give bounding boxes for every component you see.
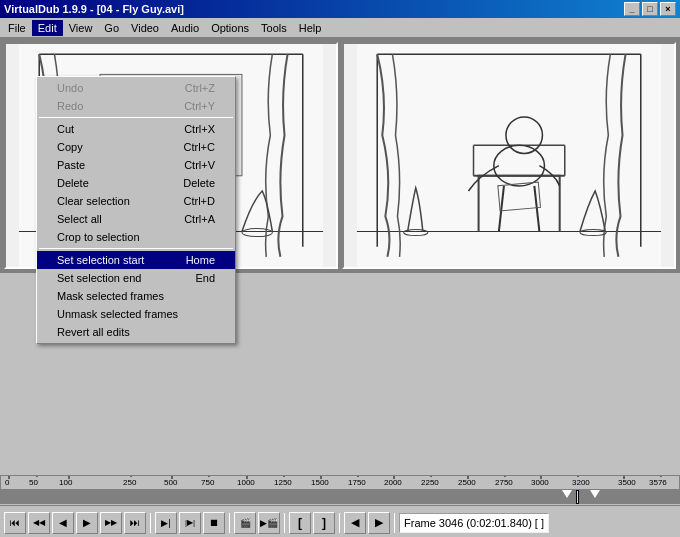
menu-select-all-label: Select all [57,213,102,225]
menu-copy-label: Copy [57,141,83,153]
menu-delete-shortcut: Delete [183,177,215,189]
timeline-area[interactable]: 0 50 100 250 500 750 1000 [0,475,680,505]
maximize-button[interactable]: □ [642,2,658,16]
menu-mask-selected-frames[interactable]: Mask selected frames [37,287,235,305]
mark-out-button[interactable]: ] [313,512,335,534]
menu-edit[interactable]: Edit [32,20,63,36]
video-frame-right [344,44,674,267]
minimize-button[interactable]: _ [624,2,640,16]
menu-delete-label: Delete [57,177,89,189]
menu-audio[interactable]: Audio [165,20,205,36]
menu-set-selection-start[interactable]: Set selection start Home [37,251,235,269]
menu-file[interactable]: File [2,20,32,36]
window-controls: _ □ × [624,2,676,16]
menu-redo[interactable]: Redo Ctrl+Y [37,97,235,115]
close-button[interactable]: × [660,2,676,16]
svg-text:3200: 3200 [572,478,590,487]
menu-video[interactable]: Video [125,20,165,36]
menu-revert-all-edits-label: Revert all edits [57,326,130,338]
toolbar: ⏮ ◀◀ ◀ ▶ ▶▶ ⏭ ▶| |▶| ⏹ 🎬 ▶🎬 [ ] ◀ ▶ Fram… [0,505,680,537]
scene-detect-button[interactable]: 🎬 [234,512,256,534]
menu-unmask-selected-frames[interactable]: Unmask selected frames [37,305,235,323]
menu-options[interactable]: Options [205,20,255,36]
menu-redo-label: Redo [57,100,83,112]
svg-text:1750: 1750 [348,478,366,487]
tb-separator-5 [394,513,395,533]
sep-1 [39,117,233,118]
next-frame-button[interactable]: ▶ [76,512,98,534]
zoom-out-button[interactable]: ◀ [344,512,366,534]
play-segment-button[interactable]: |▶| [179,512,201,534]
tb-separator-1 [150,513,151,533]
menu-view[interactable]: View [63,20,99,36]
frame-info-text: Frame 3046 (0:02:01.840) [ ] [404,517,544,529]
svg-text:3576: 3576 [649,478,667,487]
menu-copy[interactable]: Copy Ctrl+C [37,138,235,156]
prev-key-button[interactable]: ◀◀ [28,512,50,534]
svg-text:3000: 3000 [531,478,549,487]
scene-next-button[interactable]: ▶🎬 [258,512,280,534]
menu-delete[interactable]: Delete Delete [37,174,235,192]
tb-separator-3 [284,513,285,533]
menu-undo[interactable]: Undo Ctrl+Z [37,79,235,97]
zoom-in-button[interactable]: ▶ [368,512,390,534]
menu-copy-shortcut: Ctrl+C [184,141,215,153]
menu-crop-to-selection[interactable]: Crop to selection [37,228,235,246]
timeline-cursor [576,490,579,504]
menu-paste-shortcut: Ctrl+V [184,159,215,171]
sep-2 [39,248,233,249]
svg-rect-8 [357,44,661,267]
marker-in [562,490,572,498]
menu-mask-selected-frames-label: Mask selected frames [57,290,164,302]
timeline-track[interactable] [0,490,680,504]
go-start-button[interactable]: ⏮ [4,512,26,534]
menu-tools[interactable]: Tools [255,20,293,36]
menu-redo-shortcut: Ctrl+Y [184,100,215,112]
go-end-button[interactable]: ⏭ [124,512,146,534]
menu-unmask-selected-frames-label: Unmask selected frames [57,308,178,320]
menu-clear-selection-shortcut: Ctrl+D [184,195,215,207]
menu-select-all-shortcut: Ctrl+A [184,213,215,225]
tb-separator-4 [339,513,340,533]
menu-crop-to-selection-label: Crop to selection [57,231,140,243]
timeline-ruler: 0 50 100 250 500 750 1000 [0,475,680,490]
menu-paste-label: Paste [57,159,85,171]
menu-clear-selection[interactable]: Clear selection Ctrl+D [37,192,235,210]
menu-set-selection-end-shortcut: End [195,272,215,284]
menu-bar: File Edit View Go Video Audio Options To… [0,18,680,38]
svg-text:0: 0 [5,478,10,487]
menu-paste[interactable]: Paste Ctrl+V [37,156,235,174]
stop-button[interactable]: ⏹ [203,512,225,534]
menu-undo-shortcut: Ctrl+Z [185,82,215,94]
menu-set-selection-end-label: Set selection end [57,272,141,284]
app-title: VirtualDub 1.9.9 - [04 - Fly Guy.avi] [4,3,184,15]
menu-set-selection-end[interactable]: Set selection end End [37,269,235,287]
marker-out [590,490,600,498]
mark-in-button[interactable]: [ [289,512,311,534]
menu-cut-shortcut: Ctrl+X [184,123,215,135]
svg-text:2750: 2750 [495,478,513,487]
svg-text:500: 500 [164,478,178,487]
menu-select-all[interactable]: Select all Ctrl+A [37,210,235,228]
next-key-button[interactable]: ▶▶ [100,512,122,534]
svg-text:50: 50 [29,478,38,487]
menu-set-selection-start-shortcut: Home [186,254,215,266]
svg-text:1000: 1000 [237,478,255,487]
menu-revert-all-edits[interactable]: Revert all edits [37,323,235,341]
tb-separator-2 [229,513,230,533]
menu-undo-label: Undo [57,82,83,94]
play-button[interactable]: ▶| [155,512,177,534]
svg-text:2000: 2000 [384,478,402,487]
menu-go[interactable]: Go [98,20,125,36]
edit-dropdown: Undo Ctrl+Z Redo Ctrl+Y Cut Ctrl+X Copy … [36,76,236,344]
ruler-svg: 0 50 100 250 500 750 1000 [1,475,679,487]
menu-help[interactable]: Help [293,20,328,36]
menu-set-selection-start-label: Set selection start [57,254,144,266]
svg-text:3500: 3500 [618,478,636,487]
menu-cut-label: Cut [57,123,74,135]
menu-cut[interactable]: Cut Ctrl+X [37,120,235,138]
svg-text:750: 750 [201,478,215,487]
prev-frame-button[interactable]: ◀ [52,512,74,534]
edit-menu: Undo Ctrl+Z Redo Ctrl+Y Cut Ctrl+X Copy … [36,76,236,344]
svg-text:2250: 2250 [421,478,439,487]
